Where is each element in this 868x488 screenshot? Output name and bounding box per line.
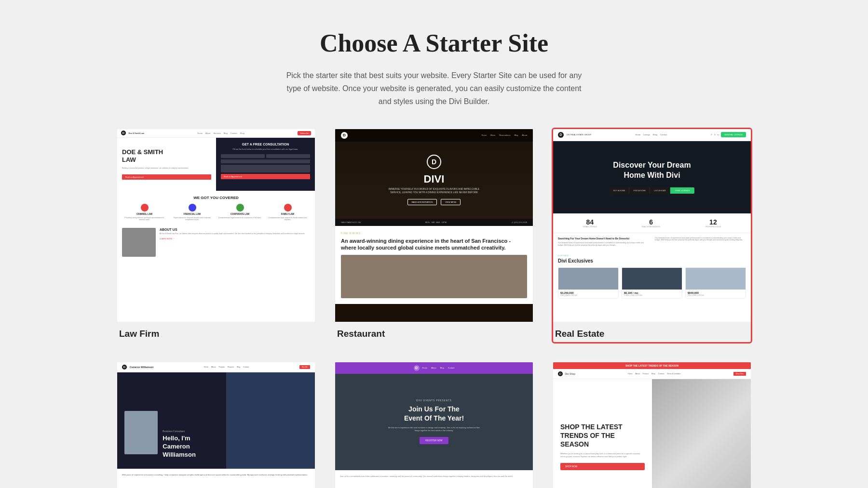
- re-stats: 84 URBAN LISTINGS 6 REAL ESTATE AGENTS 1…: [553, 213, 751, 233]
- page-subtitle: Pick the starter site that best suits yo…: [280, 69, 588, 108]
- shop-nav-btn: Shop Now: [733, 372, 746, 376]
- re-tab-find: FIND A HOME: [629, 187, 650, 194]
- lf-section-title: WE GOT YOU COVERED: [122, 196, 310, 200]
- re-listing-details-3: 3 Bed, 2 Bath, 1,400 Sqft: [688, 294, 744, 296]
- rest-hero-tagline: IMMERSE YOURSELF IN A WORLD OF EXQUISITE…: [386, 187, 482, 194]
- site-card-real-estate[interactable]: D DIVI REAL ESTATE GROUP HomeListingsSho…: [552, 128, 752, 343]
- re-nav-links: HomeListingsShopContact: [636, 133, 667, 136]
- shop-nav-links: HomeAboutProductShopContactTerms & Condi…: [628, 373, 680, 375]
- re-tab-list: LIST A HOME: [650, 187, 670, 194]
- re-listings: $3,250,000 4 Bds, 3 Baths, 2,300 Sqft $6…: [558, 267, 746, 299]
- shop-hero-img: [652, 379, 751, 488]
- re-hero-title: Discover Your DreamHome With Divi: [613, 160, 691, 181]
- lf-learn-more: LEARN MORE →: [160, 237, 310, 240]
- header: Choose A Starter Site Pick the starter s…: [116, 29, 752, 108]
- rest-food-img: [341, 255, 527, 298]
- rest-nav-links: HomeMenuReservationsBlogAbout: [482, 134, 528, 136]
- shop-hero-sub: Whether you're looking for a casual ever…: [560, 452, 645, 458]
- ev-register-btn: REGISTER NOW: [420, 437, 448, 444]
- lf-logo: D Doe & Smith Law: [121, 131, 144, 135]
- lf-cta-title: GET A FREE CONSULTATION: [221, 143, 310, 146]
- per-logo: D Cameron Williamson: [122, 365, 153, 369]
- rest-menu-btn: VIEW MENU: [441, 199, 461, 205]
- ev-nav-links: HomeAboutBlogContact: [422, 367, 455, 369]
- re-nav-right: FXin GENERAL LISTINGS: [711, 132, 746, 137]
- per-occupation: Business Consultant: [163, 430, 218, 433]
- re-stat-num-1: 84: [583, 218, 597, 226]
- rest-content-tagline: FINE DINING: [341, 232, 527, 235]
- lf-form-btn: Book an Appointment: [221, 174, 310, 179]
- per-hero-photo: [124, 411, 158, 454]
- restaurant-label: Restaurant: [335, 322, 533, 342]
- re-listing-details-2: 2 Offices, 2 Bath, 1,825 Sqft: [624, 294, 680, 296]
- rest-hero-brand: DIVI: [424, 173, 445, 185]
- lf-practice-corporate: CORPORATE LAW: [231, 213, 250, 215]
- site-card-event[interactable]: D HomeAboutBlogContact DIVI EVENTS PRESE…: [334, 361, 534, 488]
- ev-tagline: DIVI EVENTS PRESENTS: [416, 399, 452, 402]
- real-estate-preview: D DIVI REAL ESTATE GROUP HomeListingsSho…: [553, 129, 751, 322]
- page-title: Choose A Starter Site: [116, 29, 752, 57]
- lf-about-img: [122, 228, 156, 257]
- starter-sites-grid: D Doe & Smith Law HomeAboutServicesBlogC…: [116, 128, 752, 488]
- lf-practice-criminal: CRIMINAL LAW: [136, 213, 152, 215]
- re-stat-label-1: URBAN LISTINGS: [583, 226, 597, 228]
- site-card-restaurant[interactable]: D HomeMenuReservationsBlogAbout D DIVI I…: [334, 128, 534, 343]
- re-tab-buy: BUY A HOME: [610, 187, 630, 194]
- ev-hero-title: Join Us For TheEvent Of The Year!: [404, 405, 464, 422]
- per-content-text: With years of experience in business con…: [122, 474, 310, 476]
- re-section-tag: LISTING: [558, 254, 746, 257]
- re-stat-label-2: REAL ESTATE AGENTS: [642, 226, 660, 228]
- personal-preview: D Cameron Williamson HomeAboutProjectsRe…: [117, 362, 315, 488]
- lf-about-title: ABOUT US: [160, 228, 310, 231]
- re-section-title: Divi Exclusives: [558, 258, 746, 264]
- shop-top-bar: SHOP THE LATEST TRENDS OF THE SEASON: [553, 362, 751, 369]
- per-nav-btn: Hire Me: [299, 365, 310, 369]
- rest-reservation-btn: MAKE A RESERVATION: [407, 199, 437, 205]
- re-stat-num-3: 12: [705, 218, 721, 226]
- per-nav-links: HomeAboutProjectsResumeBlogContact: [204, 366, 249, 368]
- shop-logo: D Divi Shop: [558, 371, 575, 376]
- re-nav-btn: GENERAL LISTINGS: [721, 132, 746, 137]
- lf-practice-family: FAMILY LAW: [281, 213, 294, 215]
- page-wrapper: Choose A Starter Site Pick the starter s…: [96, 0, 772, 488]
- law-firm-preview: D Doe & Smith Law HomeAboutServicesBlogC…: [117, 129, 315, 322]
- law-firm-label: Law Firm: [117, 322, 315, 342]
- ev-hero-sub: Be the one to experience the next evolut…: [386, 426, 482, 432]
- rest-logo: D: [341, 132, 348, 139]
- lf-practice-financial: FINANCIAL LAW: [184, 213, 201, 215]
- re-logo: D DIVI REAL ESTATE GROUP: [558, 132, 591, 138]
- ev-logo: D: [414, 365, 420, 371]
- lf-hero-title: DOE & SMITHLAW: [122, 148, 211, 163]
- lf-nav-links: HomeAboutServicesBlogContactShop: [197, 132, 244, 134]
- real-estate-label: Real Estate: [553, 322, 751, 342]
- site-card-personal[interactable]: D Cameron Williamson HomeAboutProjectsRe…: [116, 361, 316, 488]
- shop-hero-title: SHOP THE LATEST TRENDS OF THE SEASON: [560, 422, 645, 449]
- re-stat-label-3: PROPERTIES SOLD: [705, 226, 721, 228]
- re-search-btn: FREE LISTINGS: [670, 187, 694, 194]
- shop-preview: SHOP THE LATEST TRENDS OF THE SEASON D D…: [553, 362, 751, 488]
- re-stat-num-2: 6: [642, 218, 660, 226]
- per-hero-right: [226, 372, 315, 469]
- per-hero-title: Hello, I'm CameronWilliamson: [163, 435, 218, 459]
- re-listing-details-1: 4 Bds, 3 Baths, 2,300 Sqft: [560, 294, 616, 296]
- re-search-text: Searching For Your Dream Home Doesn't Ne…: [558, 237, 649, 240]
- rest-content-title: An award-winning dining experience in th…: [341, 237, 527, 251]
- lf-nav-btn: Subscribe: [298, 131, 311, 135]
- event-preview: D HomeAboutBlogContact DIVI EVENTS PRESE…: [335, 362, 533, 488]
- site-card-shop[interactable]: SHOP THE LATEST TRENDS OF THE SEASON D D…: [552, 361, 752, 488]
- site-card-law-firm[interactable]: D Doe & Smith Law HomeAboutServicesBlogC…: [116, 128, 316, 343]
- restaurant-preview: D HomeMenuReservationsBlogAbout D DIVI I…: [335, 129, 533, 322]
- shop-hero-btn: SHOP NOW: [560, 463, 645, 470]
